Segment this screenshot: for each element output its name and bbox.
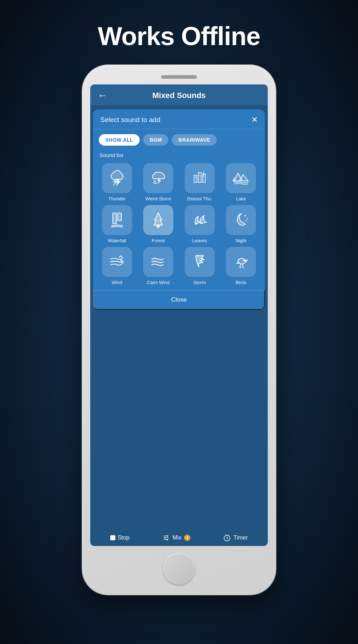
sound-item-wind[interactable]: Wind <box>98 247 136 285</box>
svg-point-16 <box>245 215 246 216</box>
svg-line-22 <box>242 264 243 267</box>
sound-label-waterfall: Waterfall <box>108 238 126 243</box>
tab-bgm[interactable]: BGM <box>143 134 168 146</box>
svg-point-28 <box>166 535 168 537</box>
phone-speaker <box>161 75 197 79</box>
svg-rect-2 <box>203 174 205 182</box>
sound-item-birds[interactable]: Birds <box>222 247 260 285</box>
sound-icon-waterfall <box>102 205 132 235</box>
timer-label: Timer <box>233 535 248 541</box>
filter-tabs: SHOW ALL BGM BRAINWAVE <box>93 129 265 149</box>
sound-label-night: Night <box>236 238 246 243</box>
dialog-box: Select sound to add ✕ SHOW ALL BGM BRAIN… <box>93 109 265 310</box>
sound-item-forest[interactable]: Forest <box>140 205 178 243</box>
svg-line-21 <box>240 264 241 267</box>
sound-item-storm[interactable]: Storm <box>181 247 219 285</box>
sound-label-wind: Wind <box>112 280 122 285</box>
sound-icon-distant-thunder <box>185 163 215 193</box>
sound-item-night[interactable]: Night <box>222 205 260 243</box>
bottom-bar: Stop Mix 4 <box>90 529 268 546</box>
stop-button[interactable]: Stop <box>110 535 130 541</box>
tab-brainwave[interactable]: BRAINWAVE <box>172 134 217 146</box>
svg-line-24 <box>240 267 241 268</box>
svg-point-17 <box>247 218 248 219</box>
sound-grid: Thunder Weird Storm <box>93 161 265 290</box>
svg-point-18 <box>246 220 247 221</box>
sound-item-lake[interactable]: Lake <box>222 163 260 201</box>
sound-icon-night <box>226 205 256 235</box>
stop-label: Stop <box>118 535 130 541</box>
sound-label-birds: Birds <box>236 280 246 285</box>
sound-label-storm: Storm <box>193 280 206 285</box>
mix-button[interactable]: Mix 4 <box>162 534 190 542</box>
sound-icon-leaves <box>185 205 215 235</box>
sound-item-calm-wind[interactable]: Calm Wind <box>140 247 178 285</box>
screen-title: Mixed Sounds <box>152 91 205 100</box>
timer-button[interactable]: Timer <box>223 534 248 542</box>
sound-label-thunder: Thunder <box>108 196 126 201</box>
sound-label-forest: Forest <box>152 238 165 243</box>
sound-item-weird-storm[interactable]: Weird Storm <box>140 163 178 201</box>
sound-list-label: Sound list <box>93 149 265 161</box>
headline: Works Offline <box>98 21 260 51</box>
dialog-close-button[interactable]: ✕ <box>251 116 258 124</box>
sound-icon-weird-storm <box>143 163 173 193</box>
sound-icon-forest <box>143 205 173 235</box>
top-bar: ← Mixed Sounds <box>90 84 268 105</box>
svg-rect-5 <box>199 175 200 176</box>
sound-label-calm-wind: Calm Wind <box>147 280 170 285</box>
dialog-title: Select sound to add <box>100 116 160 124</box>
dialog: Select sound to add ✕ SHOW ALL BGM BRAIN… <box>90 105 268 529</box>
svg-rect-4 <box>197 178 197 179</box>
back-button[interactable]: ← <box>97 90 107 101</box>
sound-label-lake: Lake <box>236 196 246 201</box>
svg-point-32 <box>166 539 168 541</box>
svg-rect-0 <box>194 175 197 182</box>
timer-icon <box>223 534 231 542</box>
svg-rect-3 <box>195 177 196 178</box>
sound-icon-birds <box>226 247 256 277</box>
sound-icon-wind <box>102 247 132 277</box>
sound-icon-calm-wind <box>143 247 173 277</box>
sound-item-waterfall[interactable]: Waterfall <box>98 205 136 243</box>
sound-icon-lake <box>226 163 256 193</box>
svg-rect-1 <box>198 172 201 182</box>
svg-point-30 <box>164 537 166 539</box>
dialog-header: Select sound to add ✕ <box>93 109 265 129</box>
mix-icon <box>162 534 170 542</box>
sound-label-weird-storm: Weird Storm <box>145 196 171 201</box>
sound-item-thunder[interactable]: Thunder <box>98 163 136 201</box>
sound-icon-thunder <box>102 163 132 193</box>
svg-line-35 <box>227 538 228 539</box>
phone-shell: ← Mixed Sounds Select sound to add ✕ SHO… <box>82 65 276 595</box>
svg-line-26 <box>243 267 244 268</box>
mix-count-badge: 4 <box>184 535 190 541</box>
mix-label: Mix <box>173 535 182 541</box>
sound-icon-storm <box>185 247 215 277</box>
svg-rect-6 <box>201 176 202 177</box>
svg-rect-8 <box>118 213 121 221</box>
phone-home-button[interactable] <box>163 552 195 585</box>
svg-rect-7 <box>113 213 116 224</box>
svg-point-20 <box>243 260 245 261</box>
stop-icon <box>110 535 115 540</box>
phone-screen: ← Mixed Sounds Select sound to add ✕ SHO… <box>90 84 268 546</box>
sound-item-distant-thunder[interactable]: Distant Thu. <box>181 163 219 201</box>
tab-show-all[interactable]: SHOW ALL <box>99 134 140 146</box>
sound-label-distant-thunder: Distant Thu. <box>187 196 212 201</box>
sound-label-leaves: Leaves <box>192 238 207 243</box>
close-dialog-button[interactable]: Close <box>93 290 265 310</box>
sound-item-leaves[interactable]: Leaves <box>181 205 219 243</box>
